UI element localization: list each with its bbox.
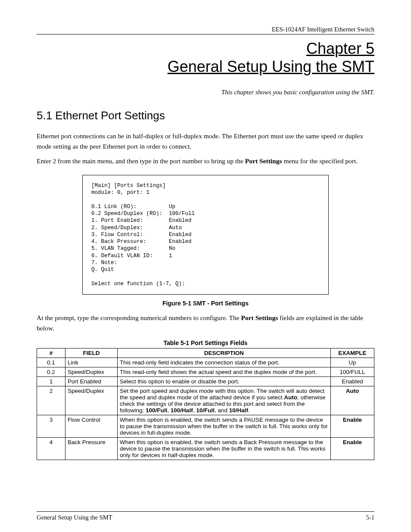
cell-desc: Select this option to enable or disable … <box>118 376 331 386</box>
d3-f: 100/Half <box>171 407 193 414</box>
cell-example: Enabled <box>331 376 374 386</box>
table-row: 4 Back Pressure When this option is enab… <box>37 437 374 460</box>
table-row: 2 Speed/Duplex Set the port speed and du… <box>37 386 374 415</box>
cell-example: Auto <box>331 386 374 415</box>
chapter-title: General Setup Using the SMT <box>37 58 374 76</box>
cell-num: 0.1 <box>37 358 65 367</box>
chapter-number: Chapter 5 <box>37 40 374 58</box>
d3-d: 100/Full <box>146 407 167 414</box>
p2-part-c: menu for the specified port. <box>282 157 358 165</box>
th-desc: DESCRIPTION <box>118 348 331 358</box>
cell-num: 4 <box>37 437 65 460</box>
chapter-description: This chapter shows you basic configurati… <box>37 89 374 96</box>
cell-example: 100/FULL <box>331 367 374 376</box>
fields-table: # FIELD DESCRIPTION EXAMPLE 0.1 Link Thi… <box>37 348 374 460</box>
th-num: # <box>37 348 65 358</box>
cell-field: Link <box>65 358 118 367</box>
cell-field: Back Pressure <box>65 437 118 460</box>
footer: General Setup Using the SMT 5-1 <box>37 511 374 521</box>
section-heading: 5.1 Ethernet Port Settings <box>37 109 374 122</box>
term-l15: Select one function (1-7, Q): <box>91 281 185 287</box>
term-l4: 0.1 Link (RO): Up <box>91 204 175 210</box>
cell-desc: This read-only field shows the actual sp… <box>118 367 331 376</box>
cell-num: 2 <box>37 386 65 415</box>
term-l7: 2. Speed/Duplex: Auto <box>91 225 182 231</box>
term-l2: module: 0, port: 1 <box>91 190 149 196</box>
cell-field: Speed/Duplex <box>65 367 118 376</box>
d3-g: , <box>193 407 196 414</box>
header-device: EES-1024AF Intelligent Ethernet Switch <box>37 26 374 33</box>
p3-port-settings-bold: Port Settings <box>241 314 278 321</box>
cell-num: 3 <box>37 415 65 437</box>
terminal-output: [Main] [Ports Settings] module: 0, port:… <box>82 175 329 295</box>
table-row: 1 Port Enabled Select this option to ena… <box>37 376 374 386</box>
term-l13: Q. Quit <box>91 267 114 273</box>
cell-example: Enable <box>331 437 374 460</box>
cell-num: 1 <box>37 376 65 386</box>
footer-left: General Setup Using the SMT <box>37 514 112 521</box>
th-example: EXAMPLE <box>331 348 374 358</box>
th-field: FIELD <box>65 348 118 358</box>
term-l12: 7. Note: <box>91 260 117 266</box>
cell-desc: When this option is enabled, the switch … <box>118 437 331 460</box>
cell-field: Flow Control <box>65 415 118 437</box>
p2-part-a: Enter 2 from the main menu, and then typ… <box>37 157 245 165</box>
d3-e: , <box>167 407 171 414</box>
term-l10: 5. VLAN Tagged: No <box>91 246 175 252</box>
cell-num: 0.2 <box>37 367 65 376</box>
table-row: 3 Flow Control When this option is enabl… <box>37 415 374 437</box>
cell-desc: This read-only field indicates the conne… <box>118 358 331 367</box>
d3-i: , and <box>215 407 229 414</box>
p3-part-a: At the prompt, type the corresponding nu… <box>37 314 241 321</box>
p2-port-settings-bold: Port Settings <box>245 157 282 165</box>
cell-field: Port Enabled <box>65 376 118 386</box>
figure-caption: Figure 5-1 SMT - Port Settings <box>37 300 374 307</box>
paragraph-2: Enter 2 from the main menu, and then typ… <box>37 156 374 166</box>
header-rule: EES-1024AF Intelligent Ethernet Switch <box>37 26 374 34</box>
d3-b: Auto <box>284 394 297 401</box>
cell-desc: When this option is enabled, the switch … <box>118 415 331 437</box>
term-l9: 4. Back Pressure: Enabled <box>91 239 192 245</box>
term-l1: [Main] [Ports Settings] <box>91 183 166 189</box>
footer-right: 5-1 <box>366 514 374 521</box>
term-l5: 0.2 Speed/Duplex (RO): 100/Full <box>91 211 195 217</box>
cell-desc: Set the port speed and duplex mode with … <box>118 386 331 415</box>
cell-field: Speed/Duplex <box>65 386 118 415</box>
table-header-row: # FIELD DESCRIPTION EXAMPLE <box>37 348 374 358</box>
cell-example: Up <box>331 358 374 367</box>
d3-k: . <box>248 407 250 414</box>
term-l6: 1. Port Enabled: Enabled <box>91 218 192 224</box>
table-caption: Table 5-1 Port Settings Fields <box>37 339 374 346</box>
term-l8: 3. Flow Control: Enabled <box>91 232 192 238</box>
table-row: 0.1 Link This read-only field indicates … <box>37 358 374 367</box>
term-l11: 6. Default VLAN ID: 1 <box>91 253 172 259</box>
cell-example: Enable <box>331 415 374 437</box>
page: EES-1024AF Intelligent Ethernet Switch C… <box>0 0 411 532</box>
d3-j: 10/Half <box>229 407 248 414</box>
d3-h: 10/Full <box>196 407 215 414</box>
paragraph-3: At the prompt, type the corresponding nu… <box>37 313 374 333</box>
table-row: 0.2 Speed/Duplex This read-only field sh… <box>37 367 374 376</box>
paragraph-1: Ethernet port connections can be in half… <box>37 131 374 152</box>
